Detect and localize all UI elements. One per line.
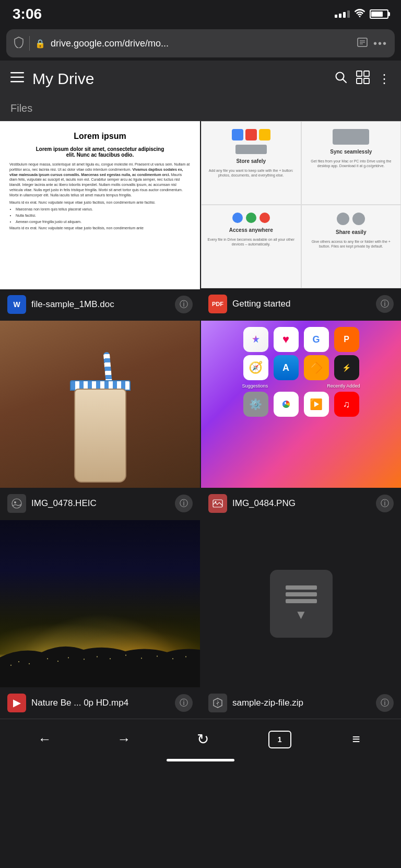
app-row-1: ♥ G P: [207, 327, 395, 352]
lock-icon: 🔒: [35, 39, 45, 49]
doc-subtitle: Lorem ipsum dolor sit amet, consectetur …: [9, 146, 191, 158]
app-title: My Drive: [32, 70, 326, 88]
file-info-button-doc[interactable]: ⓘ: [175, 296, 193, 313]
svg-rect-5: [10, 77, 24, 78]
getting-started-preview: Store safely Add any file you want to ke…: [201, 121, 401, 288]
file-preview-mp4[interactable]: [0, 520, 200, 687]
file-info-button-heic[interactable]: ⓘ: [175, 495, 193, 512]
file-info-png: IMG_0484.PNG ⓘ: [201, 488, 401, 519]
jar-body: [74, 389, 126, 483]
svg-rect-9: [357, 71, 362, 76]
milkshake-photo: [0, 321, 200, 488]
file-cell-heic: IMG_0478.HEIC ⓘ: [0, 321, 200, 519]
dark-app-icon: ⚡: [334, 355, 359, 380]
file-cell-mp4: ▶ Nature Be ... 0p HD.mp4 ⓘ: [0, 520, 200, 719]
file-cell-png: ♥ G P 🧭: [201, 321, 401, 519]
file-type-heic-icon: [7, 494, 26, 513]
youtube-app-icon: ▶️: [304, 392, 329, 417]
view-toggle-button[interactable]: [356, 71, 370, 87]
svg-rect-22: [18, 661, 19, 662]
gs-sync-desc: Get files from your Mac or PC into Drive…: [307, 159, 396, 168]
gs-share-title: Share easily: [336, 229, 366, 235]
file-info-button-png[interactable]: ⓘ: [376, 495, 394, 512]
svg-point-18: [215, 501, 217, 503]
zip-large-icon: ▼: [270, 570, 333, 638]
forward-button[interactable]: →: [110, 728, 138, 751]
file-cell-pdf: Store safely Add any file you want to ke…: [201, 121, 401, 320]
svg-rect-4: [10, 72, 24, 74]
suggestions-label: Suggestions: [242, 383, 268, 389]
svg-rect-34: [185, 656, 186, 657]
bottom-navigation: ← → ↻ 1 ≡: [0, 719, 401, 766]
zip-arrow-icon: ▼: [295, 607, 308, 622]
wifi-icon: [354, 9, 365, 20]
browser-bar[interactable]: 🔒 drive.google.com/drive/mo... •••: [6, 29, 395, 57]
file-preview-zip[interactable]: ▼: [201, 520, 401, 687]
app-row-3: ⚙️ ▶️ ♫: [207, 392, 395, 417]
status-bar: 3:06: [0, 0, 401, 26]
file-preview-doc[interactable]: Lorem ipsum Lorem ipsum dolor sit amet, …: [0, 121, 200, 289]
svg-point-14: [14, 501, 16, 503]
gs-item-store: Store safely Add any file you want to ke…: [201, 121, 301, 205]
gs-item-sync: Sync seamlessly Get files from your Mac …: [301, 121, 402, 205]
zip-lines: [286, 585, 317, 603]
svg-rect-29: [110, 658, 111, 659]
browser-url[interactable]: drive.google.com/drive/mo...: [51, 38, 351, 49]
file-cell-zip: ▼ sample-zip-file.zip ⓘ: [201, 520, 401, 719]
gs-access-desc: Every file in Drive becomes available on…: [207, 237, 296, 247]
svg-rect-24: [47, 658, 48, 659]
svg-rect-32: [157, 656, 158, 657]
file-info-button-mp4[interactable]: ⓘ: [175, 694, 193, 712]
app-row-2: 🧭 A 🔶 ⚡: [207, 355, 395, 380]
file-cell-doc: Lorem ipsum Lorem ipsum dolor sit amet, …: [0, 121, 200, 320]
svg-rect-26: [68, 657, 69, 658]
svg-rect-30: [125, 655, 126, 656]
svg-rect-23: [29, 663, 30, 664]
gs-sync-title: Sync seamlessly: [330, 149, 372, 155]
battery-icon: [370, 9, 388, 19]
tab-switcher-button[interactable]: 1: [268, 731, 291, 748]
file-info-mp4: ▶ Nature Be ... 0p HD.mp4 ⓘ: [0, 687, 200, 719]
app-header: My Drive ⋮: [0, 61, 401, 97]
health-app-icon: ♥: [274, 327, 299, 352]
browser-menu-button[interactable]: ≡: [342, 728, 370, 751]
file-info-zip: sample-zip-file.zip ⓘ: [201, 687, 401, 719]
file-name-heic: IMG_0478.HEIC: [31, 498, 170, 509]
file-type-pdf-icon: PDF: [208, 295, 227, 313]
file-info-heic: IMG_0478.HEIC ⓘ: [0, 488, 200, 519]
pocketed-app-icon: P: [334, 327, 359, 352]
file-name-zip: sample-zip-file.zip: [232, 698, 371, 708]
hamburger-menu-button[interactable]: [10, 72, 24, 86]
reader-icon[interactable]: [357, 37, 368, 51]
files-grid: Lorem ipsum Lorem ipsum dolor sit amet, …: [0, 121, 401, 719]
phone-screen-photo: ♥ G P 🧭: [201, 321, 401, 488]
browser-more-button[interactable]: •••: [373, 38, 387, 50]
app-folder-labels: Suggestions Recently Added: [207, 383, 395, 389]
svg-rect-25: [57, 661, 58, 662]
chrome-app-icon: [274, 392, 299, 417]
file-info-doc: W file-sample_1MB.doc ⓘ: [0, 289, 200, 320]
file-name-pdf: Getting started: [232, 299, 371, 309]
settings-app-icon: ⚙️: [243, 392, 268, 417]
svg-rect-31: [141, 658, 142, 659]
browser-divider: [29, 36, 30, 51]
zip-icon-preview: ▼: [201, 520, 401, 687]
svg-rect-11: [357, 78, 362, 84]
file-preview-pdf[interactable]: Store safely Add any file you want to ke…: [201, 121, 401, 288]
refresh-button[interactable]: ↻: [189, 728, 217, 751]
file-preview-heic[interactable]: [0, 321, 200, 488]
doc-title: Lorem ipsum: [9, 132, 191, 141]
search-button[interactable]: [334, 71, 348, 87]
file-info-button-zip[interactable]: ⓘ: [376, 694, 394, 712]
appstore-app-icon: A: [274, 355, 299, 380]
file-type-word-icon: W: [7, 295, 26, 314]
night-city-photo: [0, 520, 200, 687]
gs-item-access: Access anywhere Every file in Drive beco…: [201, 205, 301, 288]
file-preview-png[interactable]: ♥ G P 🧭: [201, 321, 401, 488]
back-button[interactable]: ←: [31, 728, 59, 751]
more-options-button[interactable]: ⋮: [378, 72, 391, 86]
youtube-music-icon: ♫: [334, 392, 359, 417]
file-type-zip-icon: [208, 694, 227, 712]
file-info-button-pdf[interactable]: ⓘ: [376, 295, 394, 313]
vlc-app-icon: 🔶: [304, 355, 329, 380]
